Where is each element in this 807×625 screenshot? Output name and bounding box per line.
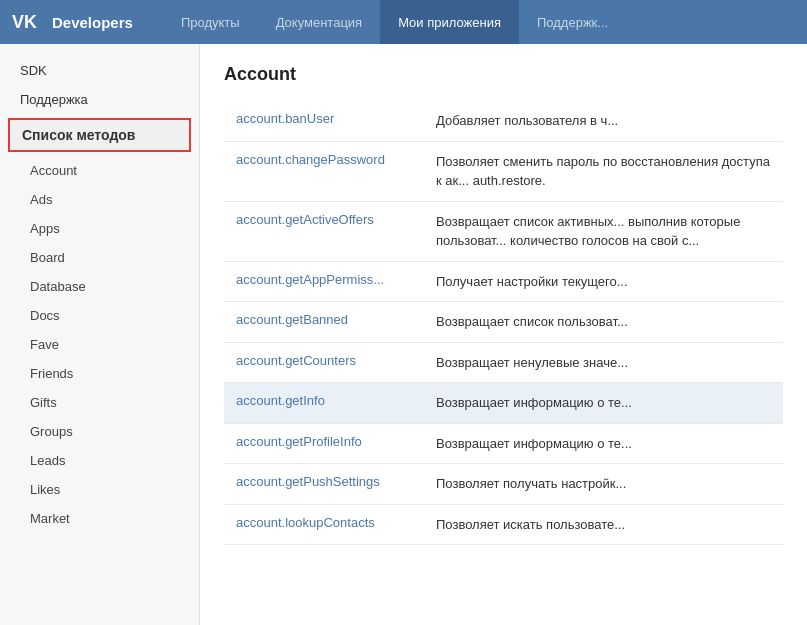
table-row[interactable]: account.getProfileInfoВозвращает информа… [224,423,783,464]
vk-logo-icon: VK [12,12,44,32]
nav-support[interactable]: Поддержк... [519,0,626,44]
sidebar-item-database[interactable]: Database [0,272,199,301]
method-description: Возвращает список пользоват... [424,302,783,343]
sidebar-item-gifts[interactable]: Gifts [0,388,199,417]
table-row[interactable]: account.getBannedВозвращает список польз… [224,302,783,343]
sidebar-item-apps[interactable]: Apps [0,214,199,243]
content-title: Account [224,64,783,85]
method-name[interactable]: account.getProfileInfo [224,423,424,464]
nav-myapps[interactable]: Мои приложения [380,0,519,44]
svg-text:VK: VK [12,12,37,32]
sidebar-item-methods-list[interactable]: Список методов [8,118,191,152]
methods-table: account.banUserДобавляет пользователя в … [224,101,783,545]
nav-docs[interactable]: Документация [258,0,381,44]
method-description: Возвращает информацию о те... [424,383,783,424]
table-row[interactable]: account.banUserДобавляет пользователя в … [224,101,783,141]
sidebar-item-market[interactable]: Market [0,504,199,533]
sidebar-item-ads[interactable]: Ads [0,185,199,214]
table-row[interactable]: account.getAppPermiss...Получает настрой… [224,261,783,302]
method-description: Возвращает ненулевые значе... [424,342,783,383]
sidebar-item-docs[interactable]: Docs [0,301,199,330]
sidebar-item-board[interactable]: Board [0,243,199,272]
sidebar-item-leads[interactable]: Leads [0,446,199,475]
method-description: Возвращает список активных... выполнив к… [424,201,783,261]
nav-links: Продукты Документация Мои приложения Под… [163,0,795,44]
sidebar-item-friends[interactable]: Friends [0,359,199,388]
method-name[interactable]: account.getCounters [224,342,424,383]
method-description: Позволяет искать пользовате... [424,504,783,545]
logo-area[interactable]: VK Developers [12,12,133,32]
table-row[interactable]: account.getActiveOffersВозвращает список… [224,201,783,261]
method-name[interactable]: account.getBanned [224,302,424,343]
method-description: Получает настройки текущего... [424,261,783,302]
method-name[interactable]: account.banUser [224,101,424,141]
sidebar: SDK Поддержка Список методов Account Ads… [0,44,200,625]
sidebar-item-groups[interactable]: Groups [0,417,199,446]
table-row[interactable]: account.getInfoВозвращает информацию о т… [224,383,783,424]
method-name[interactable]: account.getActiveOffers [224,201,424,261]
method-name[interactable]: account.lookupContacts [224,504,424,545]
table-row[interactable]: account.lookupContactsПозволяет искать п… [224,504,783,545]
method-name[interactable]: account.getAppPermiss... [224,261,424,302]
method-description: Позволяет получать настройк... [424,464,783,505]
table-row[interactable]: account.getCountersВозвращает ненулевые … [224,342,783,383]
table-row[interactable]: account.changePasswordПозволяет сменить … [224,141,783,201]
main-content: Account account.banUserДобавляет пользов… [200,44,807,625]
sidebar-item-account[interactable]: Account [0,156,199,185]
method-description: Возвращает информацию о те... [424,423,783,464]
method-name[interactable]: account.getPushSettings [224,464,424,505]
table-row[interactable]: account.getPushSettingsПозволяет получат… [224,464,783,505]
sidebar-item-support[interactable]: Поддержка [0,85,199,114]
sidebar-item-likes[interactable]: Likes [0,475,199,504]
method-name[interactable]: account.getInfo [224,383,424,424]
nav-products[interactable]: Продукты [163,0,258,44]
brand-name: Developers [52,14,133,31]
method-description: Позволяет сменить пароль по восстановлен… [424,141,783,201]
top-navigation: VK Developers Продукты Документация Мои … [0,0,807,44]
method-description: Добавляет пользователя в ч... [424,101,783,141]
sidebar-item-sdk[interactable]: SDK [0,56,199,85]
sidebar-item-fave[interactable]: Fave [0,330,199,359]
main-layout: SDK Поддержка Список методов Account Ads… [0,44,807,625]
method-name[interactable]: account.changePassword [224,141,424,201]
